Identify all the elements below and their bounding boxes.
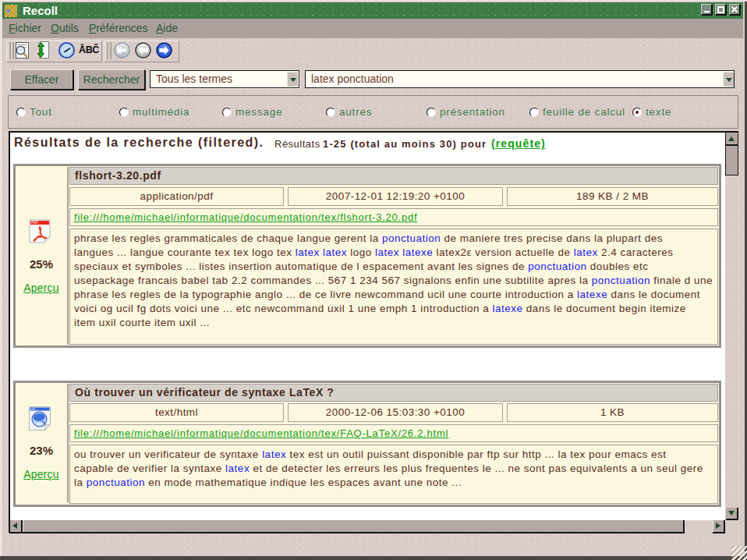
svg-text:PDF: PDF bbox=[31, 221, 38, 225]
